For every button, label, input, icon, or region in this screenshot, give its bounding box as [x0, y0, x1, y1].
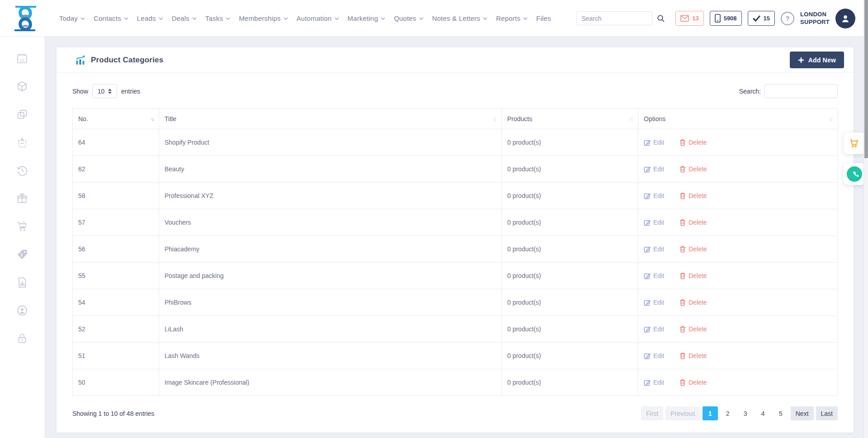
cell-title: Vouchers: [159, 209, 502, 236]
floating-cart-button[interactable]: [844, 132, 865, 154]
pagination-page-2[interactable]: 2: [720, 406, 736, 420]
nav-item-contacts[interactable]: Contacts: [94, 14, 128, 22]
copy-icon: [16, 108, 28, 120]
pagination-page-4[interactable]: 4: [755, 406, 771, 420]
sidebar-item-pricing[interactable]: $: [16, 249, 28, 260]
nav-item-notes-letters[interactable]: Notes & Letters: [432, 14, 487, 22]
delete-link[interactable]: Delete: [679, 272, 707, 279]
cell-title: LiLash: [159, 316, 502, 343]
chevron-down-icon: [335, 17, 339, 20]
column-header-no[interactable]: No. ↑↓: [73, 108, 159, 129]
delete-label: Delete: [689, 379, 707, 386]
nav-item-marketing[interactable]: Marketing: [348, 14, 386, 22]
tasks-done-badge[interactable]: 15: [748, 11, 775, 26]
edit-link[interactable]: Edit: [644, 325, 664, 333]
nav-item-tasks[interactable]: Tasks: [205, 14, 230, 22]
edit-link[interactable]: Edit: [644, 352, 664, 359]
delete-link[interactable]: Delete: [679, 165, 707, 173]
column-header-options[interactable]: Options ↑↓: [638, 108, 838, 129]
sidebar-item-calendar[interactable]: 12: [16, 52, 28, 64]
edit-link[interactable]: Edit: [644, 299, 664, 306]
delete-link[interactable]: Delete: [679, 299, 707, 306]
envelope-icon: [680, 15, 689, 22]
edit-link[interactable]: Edit: [644, 139, 664, 146]
table-row: 56 Phiacademy 0 product(s) Edit Delete: [73, 236, 838, 263]
nav-label: Today: [59, 14, 78, 22]
column-header-products[interactable]: Products ↑↓: [502, 108, 638, 129]
edit-link[interactable]: Edit: [644, 379, 664, 386]
sidebar-item-duplicate[interactable]: [16, 108, 28, 120]
delete-link[interactable]: Delete: [679, 352, 707, 359]
trash-icon: [679, 326, 686, 333]
product-categories-card: Product Categories Add New Show 10 entri…: [57, 47, 854, 433]
left-sidebar: 12: [0, 37, 45, 438]
delete-link[interactable]: Delete: [679, 245, 707, 253]
help-button[interactable]: ?: [781, 12, 794, 25]
app-logo[interactable]: [14, 6, 37, 31]
search-button[interactable]: [652, 11, 670, 25]
question-mark-icon: ?: [785, 14, 789, 22]
sidebar-item-cart[interactable]: [16, 221, 28, 232]
pagination-first[interactable]: First: [641, 406, 663, 420]
edit-link[interactable]: Edit: [644, 219, 664, 226]
edit-link[interactable]: Edit: [644, 245, 664, 253]
delete-link[interactable]: Delete: [679, 325, 707, 333]
table-row: 62 Beauty 0 product(s) Edit Delete: [73, 156, 838, 183]
global-search-input[interactable]: [576, 11, 652, 25]
nav-label: Quotes: [394, 14, 416, 22]
sidebar-item-history[interactable]: [16, 165, 28, 176]
pagination-last[interactable]: Last: [816, 406, 838, 420]
edit-icon: [644, 379, 651, 386]
page-scrollbar[interactable]: [863, 0, 868, 438]
delete-link[interactable]: Delete: [679, 139, 707, 146]
scrollbar-thumb[interactable]: [864, 0, 868, 158]
nav-label: Contacts: [94, 14, 121, 22]
sidebar-item-account[interactable]: [16, 305, 28, 316]
nav-item-leads[interactable]: Leads: [137, 14, 163, 22]
phone-badge[interactable]: 5908: [710, 11, 742, 26]
pagination-page-5[interactable]: 5: [773, 406, 788, 420]
sidebar-item-gifts[interactable]: [16, 193, 28, 204]
delete-link[interactable]: Delete: [679, 192, 707, 199]
nav-item-automation[interactable]: Automation: [297, 14, 339, 22]
delete-link[interactable]: Delete: [679, 219, 707, 226]
user-avatar[interactable]: [835, 9, 855, 28]
nav-item-reports[interactable]: Reports: [496, 14, 528, 22]
sidebar-item-products[interactable]: [16, 80, 28, 92]
pagination-page-1[interactable]: 1: [703, 406, 718, 420]
edit-icon: [644, 273, 651, 279]
cell-products: 0 product(s): [502, 236, 638, 263]
nav-item-quotes[interactable]: Quotes: [394, 14, 424, 22]
mail-badge[interactable]: 13: [675, 11, 703, 26]
floating-phone-button[interactable]: [844, 163, 865, 185]
nav-item-today[interactable]: Today: [59, 14, 85, 22]
delete-link[interactable]: Delete: [679, 379, 707, 386]
sidebar-item-security[interactable]: [16, 333, 28, 344]
nav-item-deals[interactable]: Deals: [172, 14, 197, 22]
cell-products: 0 product(s): [502, 183, 638, 209]
table-row: 57 Vouchers 0 product(s) Edit Delete: [73, 209, 838, 236]
edit-link[interactable]: Edit: [644, 165, 664, 173]
delete-label: Delete: [689, 165, 707, 173]
edit-link[interactable]: Edit: [644, 192, 664, 199]
page-length-select[interactable]: 10: [92, 84, 117, 98]
column-header-title[interactable]: Title ↑↓: [159, 108, 502, 129]
pagination-previous[interactable]: Previous: [665, 406, 700, 420]
table-header-row: No. ↑↓ Title ↑↓ Products ↑↓ Options ↑↓: [73, 108, 838, 129]
sidebar-item-orders[interactable]: [16, 137, 28, 148]
table-controls: Show 10 entries Search:: [57, 84, 854, 98]
nav-item-memberships[interactable]: Memberships: [239, 14, 288, 22]
pagination: First Previous 1 2 3 4 5 Next Last: [641, 406, 838, 420]
table-search-input[interactable]: [764, 84, 838, 98]
pagination-page-3[interactable]: 3: [738, 406, 753, 420]
edit-link[interactable]: Edit: [644, 272, 664, 279]
delete-label: Delete: [689, 299, 707, 306]
pagination-next[interactable]: Next: [791, 406, 814, 420]
hourglass-logo-icon: [14, 6, 37, 31]
edit-label: Edit: [653, 165, 664, 173]
column-header-label: Options: [644, 115, 665, 122]
nav-item-files[interactable]: Files: [536, 14, 551, 22]
add-new-button[interactable]: Add New: [790, 52, 844, 68]
table-search-control: Search:: [739, 84, 838, 98]
sidebar-item-reports[interactable]: [16, 277, 28, 288]
